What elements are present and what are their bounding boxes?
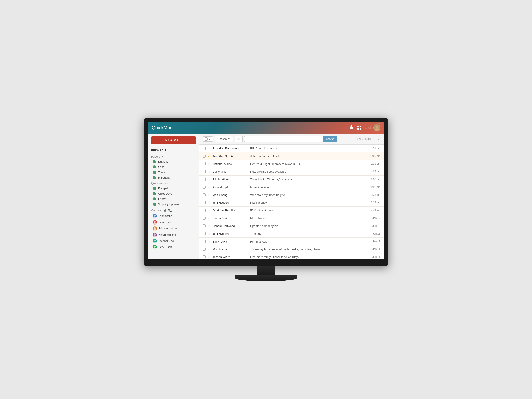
email-checkbox[interactable] [203, 185, 206, 189]
video-call-icon[interactable]: 📹 [163, 209, 166, 212]
search-input[interactable] [244, 136, 323, 142]
contact-item-jane-justin[interactable]: Jane Justin [148, 219, 199, 225]
svg-point-7 [154, 227, 156, 229]
email-time: 11:09 am [369, 185, 380, 189]
contact-name: Irene Chen [159, 246, 172, 249]
monitor-version: V270 [378, 123, 382, 125]
email-checkbox[interactable] [203, 147, 206, 150]
email-row[interactable]: ☆ Ella Martinez Thoughts for Thursday's … [199, 176, 384, 183]
sidebar-item-shipping-updates[interactable]: Shipping Updates [148, 202, 199, 207]
email-checkbox[interactable] [203, 209, 206, 212]
email-row[interactable]: ☆ Mod House Three-day furniture sale! Be… [199, 245, 384, 253]
sidebar-item-label: Trash [158, 171, 165, 174]
email-checkbox[interactable] [203, 255, 206, 259]
contact-item-john-stone[interactable]: John Stone [148, 213, 199, 219]
contact-item-karen-williams[interactable]: Karen Williams [148, 232, 199, 238]
new-mail-button[interactable]: NEW MAIL [151, 136, 196, 144]
prev-page-button[interactable]: ‹ [372, 137, 375, 141]
email-checkbox[interactable] [203, 248, 206, 251]
email-checkbox[interactable] [203, 201, 206, 204]
email-checkbox[interactable] [203, 240, 206, 243]
star-icon[interactable]: ☆ [208, 177, 210, 181]
contact-avatar [152, 214, 157, 218]
email-row[interactable]: ☆ Emma Smith RE: hilarious Jan 12 [199, 214, 384, 222]
email-row[interactable]: ☆ Joni Nyugen Tuesday Jan 11 [199, 230, 384, 238]
email-row[interactable]: ★ Jennifer Garcia John's retirement lunc… [199, 152, 384, 160]
email-checkbox[interactable] [203, 216, 206, 220]
settings-button[interactable]: ⚙ [235, 136, 242, 142]
email-nav: 1-40 of 1,203 ‹ › [357, 137, 381, 141]
star-icon[interactable]: ☆ [208, 232, 210, 235]
svg-point-5 [154, 221, 156, 223]
next-page-button[interactable]: › [377, 137, 380, 141]
sidebar-item-trash[interactable]: Trash [148, 170, 199, 175]
options-button[interactable]: Options ▼ [215, 136, 233, 142]
email-row[interactable]: ☆ National Airline FW: Your Flight Itine… [199, 160, 384, 168]
star-icon[interactable]: ☆ [208, 193, 210, 197]
user-name: Zack [365, 126, 372, 129]
star-icon[interactable]: ☆ [208, 209, 210, 212]
sidebar-item-label: Office Docs [158, 192, 172, 195]
star-icon[interactable]: ☆ [208, 255, 210, 259]
grid-icon[interactable] [357, 126, 361, 130]
sidebar-item-flagged[interactable]: Flagged [148, 186, 199, 191]
email-row[interactable]: ☆ Joseph White One more thing: Dinner th… [199, 253, 384, 259]
email-subject: FW: hilarious [250, 240, 369, 243]
email-checkbox[interactable] [203, 154, 206, 158]
notifications-icon[interactable]: 2 [349, 125, 354, 131]
sidebar-item-photos[interactable]: Photos [148, 196, 199, 202]
folders-section-label[interactable]: Folders ▼ [148, 154, 199, 159]
contact-avatar [152, 233, 157, 237]
star-icon[interactable]: ☆ [208, 185, 210, 189]
email-checkbox[interactable] [203, 178, 206, 181]
sidebar-item-send[interactable]: Send [148, 165, 199, 170]
email-checkbox[interactable] [203, 170, 206, 173]
email-checkbox[interactable] [203, 193, 206, 196]
sidebar-item-drafts[interactable]: Drafts (2) [148, 159, 199, 165]
star-icon[interactable]: ★ [208, 154, 210, 158]
email-subject: Incredible video! [250, 185, 366, 189]
email-row[interactable]: ☆ Brandon Patterson RE: Annual expenses … [199, 145, 384, 152]
contact-name: John Stone [159, 215, 172, 218]
sidebar-item-office-docs[interactable]: Office Docs [148, 191, 199, 196]
quick-views-section-label[interactable]: Quick Views ▼ [148, 180, 199, 186]
select-all-checkbox[interactable] [205, 137, 208, 140]
phone-call-icon[interactable]: 📞 [168, 209, 172, 212]
select-all-chevron-icon: ▼ [209, 138, 211, 140]
star-icon[interactable]: ☆ [208, 201, 210, 204]
search-button[interactable]: Search [323, 136, 337, 142]
email-row[interactable]: ☆ Callie Miller New parking spots availa… [199, 168, 384, 176]
star-icon[interactable]: ☆ [208, 170, 210, 173]
contact-item-irene-chen[interactable]: Irene Chen [148, 244, 199, 250]
contact-avatar [152, 226, 157, 231]
sidebar-item-label: Shipping Updates [158, 203, 179, 206]
email-sender: Joni Nyugen [213, 232, 248, 235]
svg-point-9 [154, 234, 156, 235]
email-checkbox[interactable] [203, 232, 206, 235]
email-checkbox[interactable] [203, 224, 206, 228]
star-icon[interactable]: ☆ [208, 247, 210, 251]
contact-item-stephen-lee[interactable]: Stephen Lee [148, 238, 199, 244]
user-avatar [373, 124, 380, 131]
star-icon[interactable]: ☆ [208, 162, 210, 165]
email-time: 7:18 pm [371, 162, 380, 165]
email-row[interactable]: ☆ Joni Nyugen RE: Tuesday 9:24 am [199, 199, 384, 207]
star-icon[interactable]: ☆ [208, 216, 210, 220]
user-section[interactable]: Zack [365, 124, 380, 131]
email-row[interactable]: ☆ Matt Chang Who stole my lunch bag??! 1… [199, 191, 384, 199]
sidebar-inbox[interactable]: Inbox (21) [148, 147, 199, 154]
email-checkbox[interactable] [203, 162, 206, 165]
sidebar-item-important[interactable]: Important [148, 175, 199, 180]
star-icon[interactable]: ☆ [208, 224, 210, 228]
email-row[interactable]: ☆ Emily Davis FW: hilarious Jan 11 [199, 238, 384, 245]
svg-point-14 [153, 248, 156, 249]
email-row[interactable]: ☆ Donald Hartwood Updated company bio Ja… [199, 222, 384, 230]
star-icon[interactable]: ☆ [208, 240, 210, 243]
contact-item-erica-anderson[interactable]: Erica Anderson [148, 225, 199, 232]
email-row[interactable]: ☆ Outdoors Retailer 50% off winter wear … [199, 207, 384, 214]
email-row[interactable]: ☆ Arun Munjal Incredible video! 11:09 am [199, 183, 384, 191]
star-icon[interactable]: ☆ [208, 146, 210, 150]
email-sender: Joseph White [213, 255, 248, 259]
select-all-checkbox-group[interactable]: ▼ [203, 136, 213, 142]
email-time: 9:53 pm [371, 154, 380, 158]
